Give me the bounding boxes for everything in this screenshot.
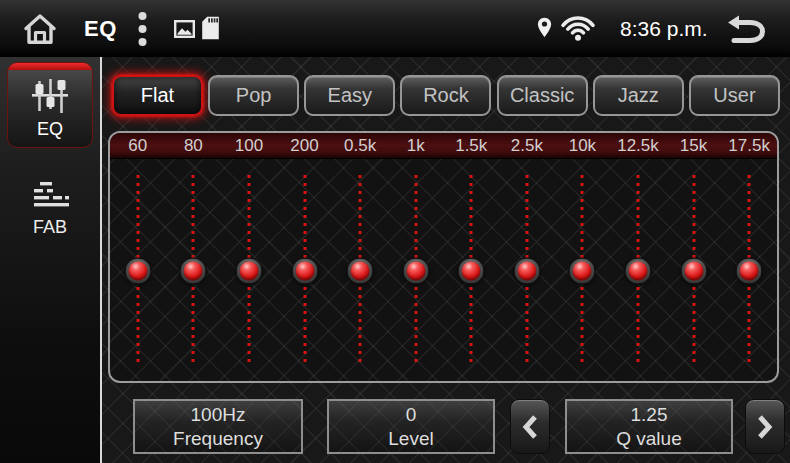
eq-band-slider[interactable] — [443, 160, 499, 381]
slider-knob[interactable] — [180, 257, 207, 284]
q-label: Q value — [567, 427, 731, 451]
eq-band-slider[interactable] — [721, 160, 777, 381]
location-pin-icon — [537, 17, 552, 42]
level-label: Level — [329, 427, 493, 451]
back-button[interactable] — [726, 14, 766, 47]
freq-label: 10k — [555, 133, 611, 158]
eq-band-slider[interactable] — [332, 160, 388, 381]
slider-knob[interactable] — [680, 257, 707, 284]
preset-jazz[interactable]: Jazz — [593, 75, 684, 116]
frequency-value: 100Hz — [135, 403, 301, 427]
knob-ball — [239, 261, 258, 280]
home-icon — [21, 12, 59, 46]
preset-flat[interactable]: Flat — [112, 75, 203, 116]
home-button[interactable] — [21, 12, 59, 50]
next-button[interactable] — [745, 399, 785, 454]
freq-label: 15k — [666, 133, 722, 158]
status-bar: EQ — [0, 0, 790, 57]
knob-ball — [462, 261, 481, 280]
eq-band-slider[interactable] — [221, 160, 277, 381]
slider-knob[interactable] — [235, 257, 262, 284]
q-value: 1.25 — [567, 403, 731, 427]
slider-knob[interactable] — [291, 257, 318, 284]
knob-ball — [184, 261, 203, 280]
prev-button[interactable] — [510, 399, 550, 454]
sidebar-item-eq[interactable]: EQ — [7, 62, 93, 148]
preset-rock[interactable]: Rock — [400, 75, 491, 116]
eq-band-slider[interactable] — [499, 160, 555, 381]
freq-label: 60 — [110, 133, 166, 158]
chevron-left-icon — [522, 414, 538, 440]
preset-classic[interactable]: Classic — [497, 75, 588, 116]
eq-panel: 60 80 100 200 0.5k 1k 1.5k 2.5k 10k 12.5… — [108, 131, 779, 383]
eq-band-slider[interactable] — [555, 160, 611, 381]
frequency-label: Frequency — [135, 427, 301, 451]
eq-band-slider[interactable] — [666, 160, 722, 381]
eq-band-slider[interactable] — [110, 160, 166, 381]
freq-label: 100 — [221, 133, 277, 158]
preset-user[interactable]: User — [689, 75, 780, 116]
frequency-label-band: 60 80 100 200 0.5k 1k 1.5k 2.5k 10k 12.5… — [110, 133, 777, 159]
knob-ball — [351, 261, 370, 280]
active-indicator — [8, 63, 92, 70]
sidebar-item-label: EQ — [8, 119, 92, 140]
freq-label: 2.5k — [499, 133, 555, 158]
sidebar: EQ FAB — [0, 57, 102, 463]
freq-label: 80 — [166, 133, 222, 158]
sidebar-item-fab[interactable]: FAB — [7, 179, 93, 247]
chevron-right-icon — [757, 414, 773, 440]
preset-easy[interactable]: Easy — [304, 75, 395, 116]
knob-ball — [128, 261, 147, 280]
clock: 8:36 p.m. — [620, 0, 708, 57]
frequency-readout: 100Hz Frequency — [133, 399, 303, 454]
preset-pop[interactable]: Pop — [208, 75, 299, 116]
eq-band-slider[interactable] — [166, 160, 222, 381]
sidebar-item-label: FAB — [33, 217, 67, 237]
slider-knob[interactable] — [402, 257, 429, 284]
slider-knob[interactable] — [569, 257, 596, 284]
freq-label: 0.5k — [332, 133, 388, 158]
knob-ball — [740, 261, 759, 280]
fab-bars-icon — [7, 181, 93, 213]
gallery-icon[interactable] — [174, 20, 195, 42]
eq-band-slider[interactable] — [277, 160, 333, 381]
eq-main: Flat Pop Easy Rock Classic Jazz User 60 … — [102, 57, 790, 463]
freq-label: 17.5k — [721, 133, 777, 158]
eq-screen: EQ — [0, 0, 790, 463]
slider-knob[interactable] — [458, 257, 485, 284]
slider-knob[interactable] — [347, 257, 374, 284]
knob-ball — [573, 261, 592, 280]
knob-ball — [684, 261, 703, 280]
eq-band-slider[interactable] — [388, 160, 444, 381]
wifi-icon — [560, 14, 596, 46]
level-readout: 0 Level — [327, 399, 495, 454]
page-title: EQ — [84, 0, 117, 57]
eq-sliders-icon — [29, 77, 71, 119]
eq-band-slider[interactable] — [610, 160, 666, 381]
freq-label: 200 — [277, 133, 333, 158]
q-value-readout: 1.25 Q value — [565, 399, 733, 454]
back-arrow-icon — [726, 14, 766, 43]
slider-area — [110, 160, 777, 381]
slider-knob[interactable] — [513, 257, 540, 284]
freq-label: 1.5k — [443, 133, 499, 158]
knob-ball — [628, 261, 647, 280]
preset-row: Flat Pop Easy Rock Classic Jazz User — [112, 75, 780, 116]
slider-knob[interactable] — [736, 257, 763, 284]
kebab-menu-icon[interactable] — [138, 11, 147, 51]
slider-knob[interactable] — [624, 257, 651, 284]
level-value: 0 — [329, 403, 493, 427]
freq-label: 12.5k — [610, 133, 666, 158]
knob-ball — [406, 261, 425, 280]
sd-card-icon[interactable] — [201, 16, 220, 44]
slider-knob[interactable] — [124, 257, 151, 284]
knob-ball — [517, 261, 536, 280]
freq-label: 1k — [388, 133, 444, 158]
knob-ball — [295, 261, 314, 280]
